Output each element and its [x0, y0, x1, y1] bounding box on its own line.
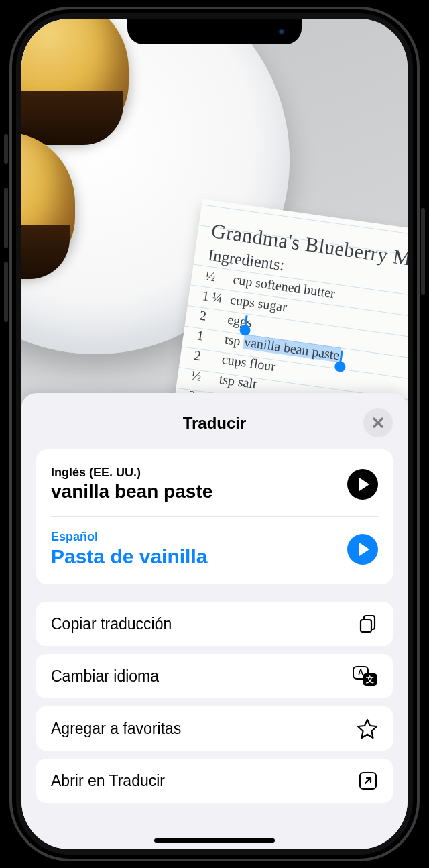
action-list: Copiar traducción Cambiar idioma A 文 — [36, 602, 393, 803]
action-label: Copiar traducción — [51, 615, 172, 633]
close-button[interactable] — [363, 408, 393, 437]
source-row: Inglés (EE. UU.) vanilla bean paste — [51, 452, 378, 516]
play-icon — [359, 478, 369, 491]
svg-rect-0 — [361, 620, 371, 632]
action-label: Agregar a favoritas — [51, 720, 181, 738]
play-icon — [359, 543, 369, 556]
source-language: Inglés (EE. UU.) — [51, 466, 336, 480]
volume-up-button — [4, 188, 8, 248]
home-indicator[interactable] — [154, 838, 275, 843]
phone-frame: Grandma's Blueberry Muffins Ingredients:… — [9, 7, 420, 861]
target-text: Pasta de vainilla — [51, 545, 336, 568]
screen: Grandma's Blueberry Muffins Ingredients:… — [21, 19, 408, 849]
svg-text:文: 文 — [365, 675, 374, 684]
star-icon — [357, 718, 378, 739]
close-icon — [371, 416, 385, 429]
copy-translation-button[interactable]: Copiar traducción — [36, 602, 393, 646]
power-button — [421, 208, 425, 295]
translation-card: Inglés (EE. UU.) vanilla bean paste Espa… — [36, 449, 393, 584]
sheet-header: Traducir — [36, 406, 393, 440]
silence-switch — [4, 134, 8, 164]
copy-icon — [357, 613, 378, 635]
volume-down-button — [4, 262, 8, 322]
change-language-button[interactable]: Cambiar idioma A 文 — [36, 654, 393, 698]
action-label: Abrir en Traducir — [51, 772, 165, 790]
sheet-title: Traducir — [183, 414, 247, 433]
add-favorites-button[interactable]: Agregar a favoritas — [36, 706, 393, 751]
open-icon — [358, 771, 378, 791]
notch — [127, 19, 302, 44]
target-row: Español Pasta de vainilla — [51, 516, 378, 582]
muffin — [21, 19, 129, 140]
action-label: Cambiar idioma — [51, 667, 159, 686]
translate-icon: A 文 — [353, 666, 378, 686]
translate-sheet: Traducir Inglés (EE. UU.) vanilla bean p… — [21, 393, 408, 849]
play-target-button[interactable] — [347, 534, 378, 565]
source-text: vanilla bean paste — [51, 481, 336, 502]
open-in-translate-button[interactable]: Abrir en Traducir — [36, 759, 393, 803]
target-language: Español — [51, 530, 336, 544]
play-source-button[interactable] — [347, 469, 378, 500]
front-camera — [278, 28, 286, 36]
